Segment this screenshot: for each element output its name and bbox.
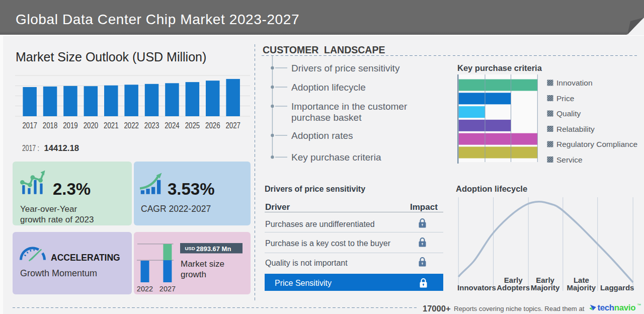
svg-text:2027: 2027 (225, 121, 240, 130)
svg-text:2020: 2020 (84, 121, 99, 130)
svg-text:2017 :: 2017 : (22, 143, 39, 152)
svg-text:2024: 2024 (165, 121, 180, 130)
svg-text:2017: 2017 (22, 121, 37, 130)
svg-text:technavio: technavio (598, 303, 636, 312)
svg-text:2027: 2027 (159, 285, 176, 293)
svg-text:2893.67 Mn: 2893.67 Mn (196, 245, 231, 253)
svg-text:2022: 2022 (124, 121, 139, 130)
svg-text:2025: 2025 (185, 121, 200, 130)
svg-text:2023: 2023 (144, 121, 159, 130)
svg-text:Innovators: Innovators (457, 283, 496, 292)
svg-text:2021: 2021 (104, 121, 119, 130)
svg-text:™: ™ (637, 303, 641, 307)
svg-text:Regulatory Compliance: Regulatory Compliance (556, 140, 637, 148)
svg-text:Quality: Quality (556, 109, 581, 118)
svg-text:Relatability: Relatability (556, 125, 595, 133)
svg-text:Laggards: Laggards (600, 283, 634, 292)
svg-text:14412.18: 14412.18 (44, 144, 79, 152)
svg-text:2019: 2019 (63, 121, 78, 130)
svg-text:Service: Service (556, 155, 583, 164)
svg-text:Majority: Majority (531, 283, 560, 292)
svg-text:Majority: Majority (567, 283, 596, 292)
svg-text:Innovation: Innovation (556, 78, 593, 87)
svg-text:2022: 2022 (137, 285, 153, 293)
svg-text:2026: 2026 (205, 121, 220, 130)
svg-text:Adopters: Adopters (497, 283, 530, 292)
svg-text:2018: 2018 (43, 121, 58, 130)
svg-text:Price: Price (556, 94, 574, 103)
svg-text:USD: USD (185, 246, 195, 251)
